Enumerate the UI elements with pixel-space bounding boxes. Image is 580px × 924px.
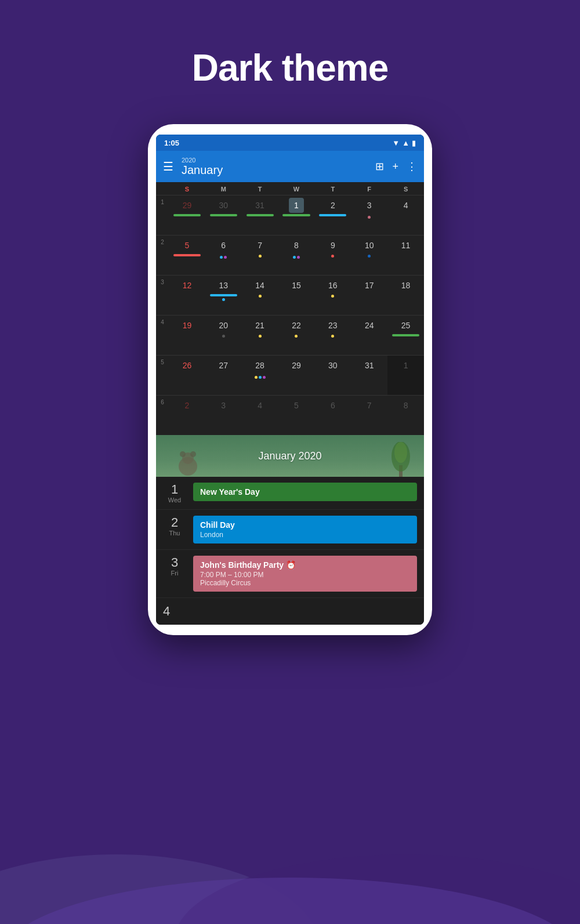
day-header-fri: F xyxy=(351,184,387,194)
event-day-num-3: 3 xyxy=(171,556,178,570)
day-num: 16 xyxy=(325,278,340,293)
cal-day-jan13[interactable]: 13 xyxy=(205,276,242,315)
event-bar xyxy=(392,334,419,336)
cal-day-jan17[interactable]: 17 xyxy=(351,276,387,315)
cal-day-jan4[interactable]: 4 xyxy=(387,195,424,235)
cal-day-jan27[interactable]: 27 xyxy=(205,356,242,395)
bear-decoration xyxy=(173,448,202,477)
day-num: 7 xyxy=(252,238,267,253)
event-dot xyxy=(368,255,371,258)
cal-day-feb5[interactable]: 5 xyxy=(278,396,315,435)
cal-day-jan2[interactable]: 2 xyxy=(314,195,351,235)
cal-day-jan7[interactable]: 7 xyxy=(242,235,278,275)
cal-day-jan9[interactable]: 9 xyxy=(314,235,351,275)
cal-day-jan3[interactable]: 3 xyxy=(351,195,387,235)
cal-day-dec29[interactable]: 29 xyxy=(169,195,205,235)
cal-day-jan29[interactable]: 29 xyxy=(278,356,315,395)
calendar-week-3: 3 12 13 14 15 xyxy=(156,275,424,315)
day-num: 3 xyxy=(216,398,231,413)
add-event-button[interactable]: + xyxy=(392,161,398,173)
event-title-new-years: New Year's Day xyxy=(200,487,410,497)
day-num: 29 xyxy=(179,198,194,213)
event-dot xyxy=(220,256,223,259)
day-num: 20 xyxy=(216,318,231,333)
event-dot xyxy=(331,295,334,298)
day-num: 3 xyxy=(362,198,377,213)
day-header-thu: T xyxy=(314,184,351,194)
event-day-row-2: 2 Thu Chill Day London xyxy=(156,510,424,550)
cal-day-jan28[interactable]: 28 xyxy=(242,356,278,395)
event-dot xyxy=(259,335,262,338)
cal-day-jan8[interactable]: 8 xyxy=(278,235,315,275)
event-dot xyxy=(263,376,266,379)
day-num: 29 xyxy=(289,358,304,373)
svg-point-8 xyxy=(180,451,186,457)
cal-day-jan16[interactable]: 16 xyxy=(314,276,351,315)
tree-decoration xyxy=(389,442,412,477)
status-bar: 1:05 ▼ ▲ ▮ xyxy=(156,135,424,151)
cal-day-jan12[interactable]: 12 xyxy=(169,276,205,315)
event-cards-3: John's Birthday Party ⏰ 7:00 PM – 10:00 … xyxy=(193,556,417,592)
event-card-new-years[interactable]: New Year's Day xyxy=(193,483,417,501)
cal-day-jan31[interactable]: 31 xyxy=(351,356,387,395)
event-card-birthday[interactable]: John's Birthday Party ⏰ 7:00 PM – 10:00 … xyxy=(193,556,417,592)
day-num: 25 xyxy=(398,318,414,333)
cal-day-feb1[interactable]: 1 xyxy=(387,356,424,395)
event-day-row-3: 3 Fri John's Birthday Party ⏰ 7:00 PM – … xyxy=(156,550,424,598)
day-num: 24 xyxy=(362,318,377,333)
event-day-name-2: Thu xyxy=(169,530,180,537)
event-bar xyxy=(210,294,237,296)
cal-day-feb8[interactable]: 8 xyxy=(387,396,424,435)
cal-day-jan5[interactable]: 5 xyxy=(169,235,205,275)
cal-day-jan21[interactable]: 21 xyxy=(242,316,278,355)
event-dot xyxy=(259,295,262,298)
cal-day-jan18[interactable]: 18 xyxy=(387,276,424,315)
menu-button[interactable]: ☰ xyxy=(163,160,173,173)
cal-day-jan1[interactable]: 1 xyxy=(278,195,315,235)
cal-day-jan15[interactable]: 15 xyxy=(278,276,315,315)
cal-day-jan25[interactable]: 25 xyxy=(387,316,424,355)
cal-day-jan11[interactable]: 11 xyxy=(387,235,424,275)
week-number-3: 3 xyxy=(156,276,169,315)
day-num: 5 xyxy=(289,398,304,413)
event-day-row-4: 4 xyxy=(156,598,424,625)
day-num: 1 xyxy=(289,198,304,213)
week-number-2: 2 xyxy=(156,235,169,275)
cal-day-jan24[interactable]: 24 xyxy=(351,316,387,355)
cal-day-jan23[interactable]: 23 xyxy=(314,316,351,355)
cal-day-dec30[interactable]: 30 xyxy=(205,195,242,235)
cal-day-feb2[interactable]: 2 xyxy=(169,396,205,435)
event-bar xyxy=(173,254,201,256)
calendar-week-1: 1 29 30 31 1 xyxy=(156,195,424,235)
calendar-view-button[interactable]: ⊞ xyxy=(375,160,384,173)
cal-day-jan22[interactable]: 22 xyxy=(278,316,315,355)
cal-day-feb6[interactable]: 6 xyxy=(314,396,351,435)
year-label: 2020 xyxy=(182,157,375,164)
cal-day-jan26[interactable]: 26 xyxy=(169,356,205,395)
day-num: 5 xyxy=(179,238,194,253)
more-options-button[interactable]: ⋮ xyxy=(407,160,417,173)
event-dot xyxy=(295,335,298,338)
cal-day-jan14[interactable]: 14 xyxy=(242,276,278,315)
svg-point-5 xyxy=(394,442,407,463)
cal-day-feb3[interactable]: 3 xyxy=(205,396,242,435)
event-dot xyxy=(293,256,296,259)
cal-day-jan20[interactable]: 20 xyxy=(205,316,242,355)
cal-day-feb7[interactable]: 7 xyxy=(351,396,387,435)
event-bar xyxy=(282,214,310,216)
cal-day-jan10[interactable]: 10 xyxy=(351,235,387,275)
event-bar xyxy=(173,214,201,216)
event-card-chill-day[interactable]: Chill Day London xyxy=(193,516,417,543)
event-day-info-1: 1 Wed xyxy=(163,483,186,503)
day-num: 4 xyxy=(252,398,267,413)
day-num: 13 xyxy=(216,278,231,293)
cal-day-jan19[interactable]: 19 xyxy=(169,316,205,355)
day-header-mon: M xyxy=(205,184,242,194)
cal-day-dec31[interactable]: 31 xyxy=(242,195,278,235)
cal-day-feb4[interactable]: 4 xyxy=(242,396,278,435)
phone-frame: 1:05 ▼ ▲ ▮ ☰ 2020 January ⊞ + ⋮ xyxy=(148,124,432,635)
day-num: 11 xyxy=(398,238,414,253)
event-day-num-2: 2 xyxy=(171,516,178,530)
cal-day-jan30[interactable]: 30 xyxy=(314,356,351,395)
cal-day-jan6[interactable]: 6 xyxy=(205,235,242,275)
